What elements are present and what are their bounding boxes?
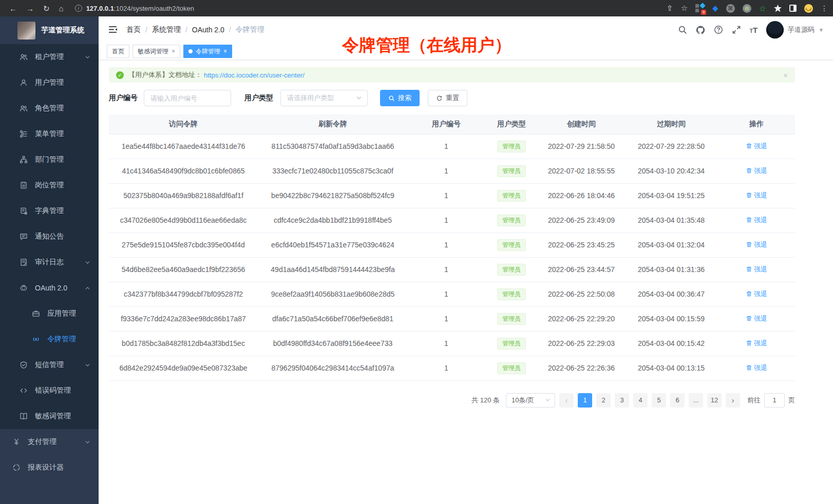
force-logout-button[interactable]: 强退 xyxy=(746,216,767,225)
sidebar-item-app[interactable]: 应用管理 xyxy=(0,301,99,326)
breadcrumb-separator: / xyxy=(229,26,231,34)
sidebar-item-errcode[interactable]: 错误码管理 xyxy=(0,378,99,403)
pager-more[interactable]: ... xyxy=(689,393,703,408)
trash-icon xyxy=(746,241,752,248)
sidebar-item-report[interactable]: 报表设计器 xyxy=(0,455,99,480)
record-extension-icon[interactable] xyxy=(743,4,751,13)
sidebar-item-dept[interactable]: 部门管理 xyxy=(0,147,99,172)
search-icon[interactable] xyxy=(678,25,687,34)
share-icon[interactable]: ⇧ xyxy=(667,4,673,13)
tab-close-icon[interactable]: × xyxy=(172,48,175,55)
search-button[interactable]: 搜索 xyxy=(380,90,420,106)
page-button-4[interactable]: 4 xyxy=(633,393,648,408)
url-host: 127.0.0.1 xyxy=(86,5,114,12)
command-extension-icon[interactable]: ⌘ xyxy=(726,4,735,13)
tab-敏感词管理[interactable]: 敏感词管理× xyxy=(132,45,180,58)
force-logout-button[interactable]: 强退 xyxy=(746,339,767,348)
profile-emoji-icon[interactable] xyxy=(804,4,813,13)
created-time-cell: 2022-06-25 22:29:20 xyxy=(538,306,624,331)
force-logout-button[interactable]: 强退 xyxy=(746,265,767,274)
user-id-input[interactable] xyxy=(144,90,231,106)
goto-page-input[interactable] xyxy=(764,393,785,408)
user-type-select[interactable]: 请选择用户类型 xyxy=(280,90,368,106)
bookmark-star-icon[interactable]: ☆ xyxy=(681,4,688,13)
chevron-down-icon xyxy=(356,95,362,101)
force-logout-button[interactable]: 强退 xyxy=(746,142,767,151)
sidebar-item-dict[interactable]: 字典管理 xyxy=(0,198,99,224)
created-time-cell: 2022-06-25 23:44:57 xyxy=(538,257,624,282)
sidebar-item-role[interactable]: 角色管理 xyxy=(0,95,99,121)
force-logout-button[interactable]: 强退 xyxy=(746,314,767,323)
white-star-extension-icon[interactable] xyxy=(774,5,782,12)
user-type-label: 用户类型 xyxy=(244,93,273,103)
breadcrumb-item[interactable]: 首页 xyxy=(126,25,141,34)
table-row: 275e5de9151045fe87cbdc395e004f4de6cfd40e… xyxy=(109,232,795,257)
sidebar-item-user[interactable]: 用户管理 xyxy=(0,70,99,95)
page-button-5[interactable]: 5 xyxy=(652,393,666,408)
sidebar-item-post[interactable]: 岗位管理 xyxy=(0,172,99,198)
force-logout-button[interactable]: 强退 xyxy=(746,289,767,299)
sidebar-item-pay[interactable]: 支付管理 xyxy=(0,429,99,455)
sidebar-item-sensitive[interactable]: 敏感词管理 xyxy=(0,403,99,429)
sidebar-item-label: 角色管理 xyxy=(35,104,64,113)
alert-close-icon[interactable]: × xyxy=(783,71,788,80)
reload-icon[interactable]: ↻ xyxy=(43,5,50,12)
sidebar-item-menu[interactable]: 菜单管理 xyxy=(0,121,99,147)
expire-time-cell: 2054-03-04 00:36:47 xyxy=(624,282,718,306)
sidebar-item-sms[interactable]: 短信管理 xyxy=(0,352,99,378)
user-menu[interactable]: 芋道源码 ▼ xyxy=(766,21,824,38)
prev-page-button[interactable]: ‹ xyxy=(559,393,574,408)
force-logout-button[interactable]: 强退 xyxy=(746,166,767,176)
user-type-placeholder: 请选择用户类型 xyxy=(287,93,334,103)
sidebar-item-oauth[interactable]: OAuth 2.0 xyxy=(0,275,99,301)
collapse-sidebar-icon[interactable] xyxy=(108,25,118,35)
gem-extension-icon[interactable]: ◆ xyxy=(712,4,718,13)
breadcrumb-item[interactable]: 系统管理 xyxy=(152,25,181,34)
reset-button[interactable]: 重置 xyxy=(428,90,467,106)
force-logout-button[interactable]: 强退 xyxy=(746,191,767,200)
force-logout-button[interactable]: 强退 xyxy=(746,240,767,249)
alert-doc-link[interactable]: https://doc.iocoder.cn/user-center/ xyxy=(204,71,305,79)
font-size-icon[interactable]: TT xyxy=(750,26,758,34)
home-icon[interactable]: ⌂ xyxy=(59,5,64,12)
user-type-cell: 管理员 xyxy=(485,183,538,208)
refresh-token-cell: be90422b8c7946218275a508bf524fc9 xyxy=(258,183,408,208)
table-row: 1ea5e44f8bc1467aaede43144f31de76811c5304… xyxy=(109,134,795,159)
tab-令牌管理[interactable]: 令牌管理× xyxy=(183,45,232,58)
address-bar[interactable]: i 127.0.0.1:1024/system/oauth2/token xyxy=(75,5,659,12)
sidebar-item-tenant[interactable]: 租户管理 xyxy=(0,44,99,70)
user-id-cell: 1 xyxy=(408,232,485,257)
page-button-3[interactable]: 3 xyxy=(615,393,629,408)
fullscreen-icon[interactable] xyxy=(732,25,741,34)
tab-close-icon[interactable]: × xyxy=(223,48,227,55)
green-star-extension-icon[interactable]: ☆ xyxy=(759,4,766,13)
breadcrumb-item[interactable]: OAuth 2.0 xyxy=(192,26,224,34)
site-info-icon[interactable]: i xyxy=(75,5,82,12)
github-icon[interactable] xyxy=(696,25,705,34)
back-icon[interactable]: ← xyxy=(9,5,17,12)
page-button-6[interactable]: 6 xyxy=(670,393,685,408)
sidebar-menu-bottom: 支付管理报表设计器 xyxy=(0,429,99,504)
sidebar-item-label: 菜单管理 xyxy=(35,129,64,139)
help-icon[interactable] xyxy=(714,25,723,34)
user-id-cell: 1 xyxy=(408,356,485,380)
action-cell: 强退 xyxy=(718,232,795,257)
page-button-2[interactable]: 2 xyxy=(596,393,611,408)
sidebar-item-audit[interactable]: 审计日志 xyxy=(0,249,99,275)
next-page-button[interactable]: › xyxy=(726,393,740,408)
chevron-down-icon xyxy=(85,439,90,445)
sidebar-item-notice[interactable]: 通知公告 xyxy=(0,224,99,249)
sidepanel-icon[interactable] xyxy=(789,5,797,12)
tab-首页[interactable]: 首页 xyxy=(107,45,129,58)
force-logout-button[interactable]: 强退 xyxy=(746,363,767,373)
sidebar-item-token[interactable]: 令牌管理 xyxy=(0,326,99,352)
page-button-12[interactable]: 12 xyxy=(707,393,722,408)
page-buttons: 123456...12 xyxy=(578,393,722,408)
sidebar-item-label: 通知公告 xyxy=(35,232,64,241)
page-size-select[interactable]: 10条/页 xyxy=(506,393,555,408)
page-button-1[interactable]: 1 xyxy=(578,393,592,408)
extensions-icon[interactable]: 9 xyxy=(695,4,705,13)
forward-icon[interactable]: → xyxy=(26,5,34,12)
browser-menu-icon[interactable]: ⋮ xyxy=(821,4,828,12)
force-logout-label: 强退 xyxy=(754,265,767,274)
